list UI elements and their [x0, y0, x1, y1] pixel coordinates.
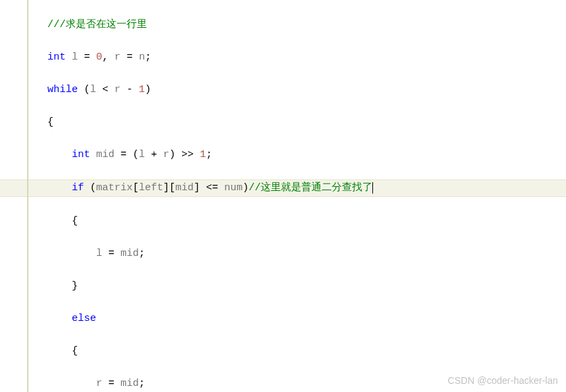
brace: {: [47, 116, 53, 128]
ident: n: [139, 51, 145, 63]
ident: l: [96, 248, 102, 259]
code-line: int mid = (l + r) >> 1;: [47, 147, 566, 163]
code-line: while (l < r - 1): [47, 82, 566, 98]
type-kw: int: [72, 149, 90, 160]
keyword: if: [72, 182, 84, 194]
ident: matrix: [96, 182, 133, 194]
code-line: {: [47, 213, 566, 230]
code-block: ///求是否在这一行里 int l = 0, r = n; while (l <…: [0, 0, 566, 392]
code-line-current: if (matrix[left][mid] <= num)//这里就是普通二分查…: [0, 179, 566, 197]
ident: mid: [121, 248, 139, 259]
ident: r: [96, 378, 102, 389]
keyword: else: [72, 313, 96, 324]
ident: num: [224, 182, 242, 194]
code-line: l = mid;: [47, 246, 566, 262]
number: 0: [96, 51, 102, 63]
number: 1: [139, 84, 145, 95]
code-line: ///求是否在这一行里: [47, 17, 566, 33]
brace: }: [72, 280, 78, 292]
ident: r: [163, 149, 169, 160]
ident: l: [139, 149, 145, 160]
ident: mid: [121, 378, 139, 389]
code-line: {: [47, 114, 566, 131]
keyword: while: [47, 84, 78, 95]
gutter-line: [27, 0, 28, 392]
code-line: r = mid;: [47, 376, 566, 392]
comment-text: //这里就是普通二分查找了: [248, 182, 372, 194]
code-line: {: [47, 343, 566, 360]
op: =: [78, 51, 96, 63]
op: +: [145, 149, 163, 160]
number: 1: [200, 149, 206, 160]
punct: ;: [206, 149, 212, 160]
brace: {: [72, 345, 78, 357]
op: -: [121, 84, 139, 95]
ident: r: [114, 51, 121, 63]
punct: ;: [139, 248, 145, 259]
ident: mid: [90, 149, 114, 160]
punct: ): [145, 84, 151, 95]
punct: ][: [163, 182, 175, 194]
code-line: else: [47, 311, 566, 327]
code-line: }: [47, 278, 566, 295]
punct: ): [242, 182, 248, 194]
punct: ,: [102, 51, 114, 63]
ident: r: [114, 84, 121, 95]
punct: (: [84, 182, 96, 194]
comment-text: ///求是否在这一行里: [47, 19, 147, 30]
punct: ;: [139, 378, 145, 389]
op: =: [102, 248, 121, 259]
op: ] <=: [194, 182, 224, 194]
type-kw: int: [47, 51, 66, 63]
punct: [: [133, 182, 139, 194]
ident: l: [72, 51, 78, 63]
op: =: [121, 51, 139, 63]
cursor-icon: [372, 182, 373, 194]
punct: ;: [145, 51, 151, 63]
op: ) >>: [169, 149, 200, 160]
brace: {: [72, 215, 78, 227]
op: = (: [114, 149, 139, 160]
punct: (: [78, 84, 90, 95]
ident: left: [139, 182, 163, 194]
op: =: [102, 378, 121, 389]
ident: l: [90, 84, 96, 95]
op: <: [96, 84, 114, 95]
ident: mid: [175, 182, 194, 194]
code-line: int l = 0, r = n;: [47, 49, 566, 66]
